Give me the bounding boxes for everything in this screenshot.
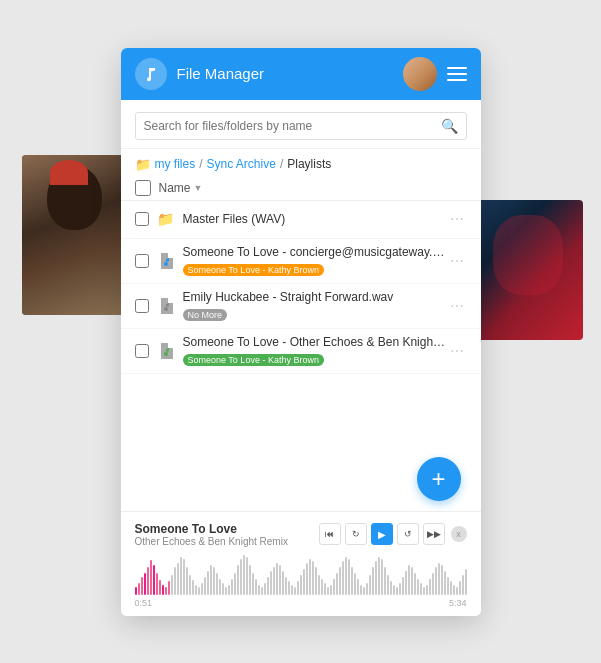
table-row: Someone To Love - Other Echoes & Ben Kni… — [121, 329, 481, 374]
waveform-bar — [324, 583, 326, 595]
waveform-bar — [291, 585, 293, 595]
waveform-bar — [195, 585, 197, 595]
waveform-bar — [348, 559, 350, 595]
waveform-bar — [228, 585, 230, 595]
file-list: 📁 Master Files (WAV) ⋯ Someone To Love -… — [121, 201, 481, 441]
waveform-bar — [162, 585, 164, 595]
waveform-bar — [351, 567, 353, 595]
audio-file-icon-2 — [157, 297, 175, 315]
breadcrumb-folder-icon: 📁 — [135, 157, 151, 172]
search-icon: 🔍 — [441, 118, 458, 134]
waveform-bar — [459, 581, 461, 595]
waveform-bar — [441, 565, 443, 595]
waveform-bar — [141, 577, 143, 595]
waveform-bar — [240, 559, 242, 595]
waveform-bar — [261, 587, 263, 595]
row-checkbox-3[interactable] — [135, 344, 149, 358]
waveform-bar — [450, 581, 452, 595]
row-checkbox-0[interactable] — [135, 212, 149, 226]
waveform-bar — [216, 573, 218, 595]
waveform-bar — [267, 577, 269, 595]
waveform-bar — [270, 571, 272, 595]
waveform-bar — [396, 587, 398, 595]
hamburger-menu-icon[interactable] — [447, 67, 467, 81]
breadcrumb-root[interactable]: my files — [155, 157, 196, 171]
file-name-3[interactable]: Someone To Love - Other Echoes & Ben Kni… — [183, 335, 448, 349]
waveform-bar — [219, 579, 221, 595]
waveform-bar — [276, 563, 278, 595]
waveform-bar — [177, 563, 179, 595]
waveform-bar — [393, 585, 395, 595]
svg-point-1 — [164, 307, 168, 311]
play-button[interactable]: ▶ — [371, 523, 393, 545]
waveform-bar — [234, 573, 236, 595]
skip-button[interactable]: ▶▶ — [423, 523, 445, 545]
row-menu-0[interactable]: ⋯ — [448, 211, 467, 227]
waveform-bar — [354, 573, 356, 595]
waveform-bar — [138, 583, 140, 595]
waveform-bar — [258, 585, 260, 595]
player-close-button[interactable]: x — [451, 526, 467, 542]
waveform-bar — [255, 579, 257, 595]
name-column-header: Name ▼ — [159, 181, 203, 195]
select-all-checkbox[interactable] — [135, 180, 151, 196]
row-menu-3[interactable]: ⋯ — [448, 343, 467, 359]
table-row: 📁 Master Files (WAV) ⋯ — [121, 201, 481, 239]
row-checkbox-1[interactable] — [135, 254, 149, 268]
table-row: Emily Huckabee - Straight Forward.wav No… — [121, 284, 481, 329]
fab-container: + — [121, 441, 481, 511]
row-menu-2[interactable]: ⋯ — [448, 298, 467, 314]
loop-back-button[interactable]: ↻ — [345, 523, 367, 545]
app-card: File Manager 🔍 📁 my files / Sync Archive… — [121, 48, 481, 616]
rewind-button[interactable]: ⏮ — [319, 523, 341, 545]
waveform-bar — [243, 555, 245, 595]
bg-right-photo — [473, 200, 583, 340]
waveform-bar — [201, 583, 203, 595]
waveform-bar — [408, 565, 410, 595]
waveform-bar — [315, 567, 317, 595]
player-bar: Someone To Love Other Echoes & Ben Knigh… — [121, 511, 481, 616]
row-menu-1[interactable]: ⋯ — [448, 253, 467, 269]
waveform-bar — [411, 567, 413, 595]
waveform-bar — [156, 573, 158, 595]
waveform-bar — [282, 571, 284, 595]
waveform-bar — [363, 587, 365, 595]
waveform-bar — [144, 573, 146, 595]
file-name-2[interactable]: Emily Huckabee - Straight Forward.wav — [183, 290, 448, 304]
waveform-bar — [444, 571, 446, 595]
waveform-bar — [264, 583, 266, 595]
waveform-bar — [297, 581, 299, 595]
add-fab-button[interactable]: + — [417, 457, 461, 501]
breadcrumb-current: Playlists — [287, 157, 331, 171]
waveform-bar — [210, 565, 212, 595]
time-current: 0:51 — [135, 598, 153, 608]
waveform-bar — [336, 573, 338, 595]
waveform-bar — [174, 567, 176, 595]
waveform-bar — [399, 583, 401, 595]
search-input[interactable] — [144, 119, 441, 133]
waveform-bar — [252, 573, 254, 595]
loop-fwd-button[interactable]: ↺ — [397, 523, 419, 545]
waveform-bar — [279, 565, 281, 595]
waveform-bar — [438, 563, 440, 595]
row-checkbox-2[interactable] — [135, 299, 149, 313]
waveform-bar — [213, 567, 215, 595]
breadcrumb-sep2: / — [280, 157, 283, 171]
file-tag-2: No More — [183, 309, 228, 321]
waveform-bar — [168, 581, 170, 595]
waveform-bar — [231, 579, 233, 595]
folder-icon: 📁 — [157, 210, 175, 228]
waveform-bar — [222, 583, 224, 595]
waveform-bar — [306, 563, 308, 595]
waveform-bar — [339, 567, 341, 595]
waveform-bar — [372, 567, 374, 595]
app-header: File Manager — [121, 48, 481, 100]
waveform-bar — [405, 571, 407, 595]
waveform-bar — [318, 575, 320, 595]
breadcrumb-archive[interactable]: Sync Archive — [207, 157, 276, 171]
file-name-1[interactable]: Someone To Love - concierge@musicgateway… — [183, 245, 448, 259]
waveform-bar — [465, 569, 467, 595]
waveform-bar — [294, 587, 296, 595]
sort-icon: ▼ — [194, 183, 203, 193]
file-name-0[interactable]: Master Files (WAV) — [183, 212, 448, 226]
